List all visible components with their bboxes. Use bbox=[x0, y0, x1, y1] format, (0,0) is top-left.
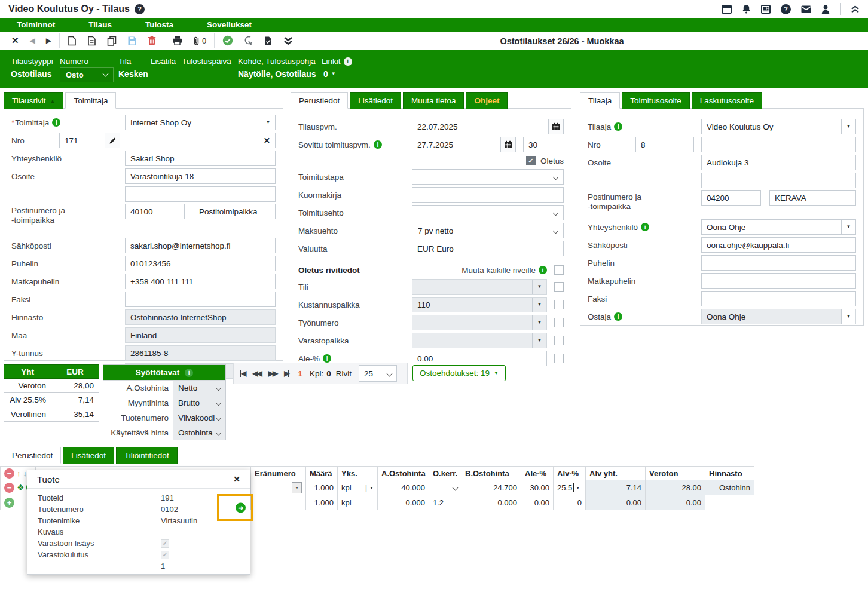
toimittaja-combobox[interactable]: Internet Shop Oy ▼ bbox=[125, 115, 276, 130]
varastopaikka-checkbox[interactable] bbox=[554, 336, 564, 345]
a-price-cell[interactable]: 0.000 bbox=[378, 495, 429, 510]
discount-cell[interactable]: 30.00 bbox=[521, 480, 554, 495]
phone-input[interactable] bbox=[701, 255, 856, 271]
tyonumero-checkbox[interactable] bbox=[554, 318, 564, 327]
info-icon[interactable]: i bbox=[323, 354, 331, 363]
dropdown-button[interactable]: ▼ bbox=[261, 115, 275, 130]
fax-input[interactable] bbox=[125, 292, 276, 307]
unit-dropdown-button[interactable]: |▼ bbox=[365, 483, 374, 492]
menu-tulosta[interactable]: Tulosta bbox=[129, 20, 190, 29]
tab-toimittaja[interactable]: Toimittaja bbox=[65, 92, 116, 109]
tab-perustiedot[interactable]: Perustiedot bbox=[291, 92, 348, 109]
close-button[interactable]: ✕ bbox=[6, 32, 25, 50]
save-button[interactable] bbox=[122, 32, 142, 50]
method-select[interactable]: Brutto bbox=[173, 395, 225, 410]
method-select[interactable]: Ostohinta bbox=[173, 425, 225, 440]
postal-code-input[interactable]: 40100 bbox=[125, 204, 185, 219]
contact-input[interactable]: Sakari Shop bbox=[125, 151, 276, 166]
tab-muuta-tietoa[interactable]: Muuta tietoa bbox=[403, 92, 464, 109]
sort-up-icon[interactable]: ↑ bbox=[17, 469, 21, 478]
supplier-name2-input[interactable]: ✕ bbox=[142, 133, 276, 148]
add-row-icon[interactable]: + bbox=[4, 498, 14, 508]
info-icon[interactable]: i bbox=[614, 312, 622, 321]
next-page-button[interactable]: ▶▶ bbox=[268, 369, 277, 378]
vat-cell[interactable]: 0 bbox=[554, 495, 586, 510]
first-page-button[interactable]: ◀ bbox=[240, 369, 245, 378]
waybill-input[interactable] bbox=[412, 187, 564, 203]
collapse-chevrons-icon[interactable] bbox=[851, 5, 860, 13]
muuta-kaikille-checkbox[interactable] bbox=[554, 265, 564, 275]
discount-cell[interactable]: 0.00 bbox=[521, 495, 554, 510]
tab-lines-lisatiedot[interactable]: Lisätiedot bbox=[63, 447, 114, 464]
mail-icon[interactable] bbox=[801, 5, 811, 13]
notifications-bell-icon[interactable] bbox=[742, 4, 751, 14]
batch-dropdown-button[interactable]: ▼ bbox=[292, 482, 302, 493]
address2-input[interactable] bbox=[701, 173, 856, 188]
menu-sovellukset[interactable]: Sovellukset bbox=[190, 20, 268, 29]
new-document-button[interactable] bbox=[62, 32, 82, 50]
phone-input[interactable]: 010123456 bbox=[125, 256, 276, 271]
quantity-cell[interactable]: 1.000 bbox=[306, 480, 338, 495]
document-check-button[interactable] bbox=[258, 32, 278, 50]
customer-number-input[interactable]: 8 bbox=[635, 137, 694, 152]
current-page[interactable]: 1 bbox=[298, 369, 302, 378]
open-document-button[interactable] bbox=[82, 32, 102, 50]
work-number-combobox[interactable]: ▼ bbox=[412, 315, 547, 330]
contact-combobox[interactable]: Oona Ohje▼ bbox=[701, 219, 856, 235]
info-icon[interactable]: i bbox=[185, 369, 193, 377]
info-icon[interactable]: i bbox=[374, 140, 382, 149]
method-select[interactable]: Netto bbox=[173, 381, 225, 395]
buyer-combobox[interactable]: Oona Ohje▼ bbox=[701, 309, 856, 324]
rows-per-page-select[interactable]: 25 bbox=[359, 365, 397, 382]
approve-button[interactable] bbox=[217, 32, 239, 50]
postal-code-input[interactable]: 04200 bbox=[701, 190, 761, 206]
unit-cell[interactable]: kpl|▼ bbox=[338, 480, 378, 495]
days-input[interactable]: 30 bbox=[523, 137, 560, 152]
copy-button[interactable] bbox=[102, 32, 122, 50]
purchase-suggestions-button[interactable]: Ostoehdotukset: 19 ▼ bbox=[412, 365, 506, 381]
dropdown-button[interactable]: ▼ bbox=[841, 309, 855, 324]
import-rows-button[interactable] bbox=[278, 32, 298, 50]
info-icon[interactable]: i bbox=[52, 118, 60, 127]
supplier-number-input[interactable]: 171 bbox=[59, 133, 102, 148]
email-input[interactable]: sakari.shop@internetshop.fi bbox=[125, 238, 276, 253]
address-input[interactable]: Audiokuja 3 bbox=[701, 155, 856, 170]
previous-record-button[interactable]: ◀ bbox=[25, 32, 41, 50]
news-icon[interactable] bbox=[761, 5, 771, 14]
attachments-button[interactable]: 0 bbox=[188, 32, 212, 50]
delete-button[interactable] bbox=[142, 32, 161, 50]
edit-supplier-button[interactable] bbox=[105, 133, 120, 148]
b-price-cell[interactable]: 0.000 bbox=[461, 495, 521, 510]
dropdown-button[interactable]: ▼ bbox=[841, 220, 855, 234]
print-button[interactable] bbox=[167, 32, 188, 50]
account-combobox[interactable]: ▼ bbox=[412, 279, 547, 295]
postal-city-input[interactable]: KERAVA bbox=[769, 190, 856, 206]
orderer-name2-input[interactable] bbox=[701, 137, 856, 152]
user-icon[interactable] bbox=[821, 5, 830, 14]
help-icon[interactable]: ? bbox=[781, 4, 791, 14]
dropdown-button[interactable]: ▼ bbox=[532, 298, 546, 312]
next-record-button[interactable]: ▶ bbox=[41, 32, 57, 50]
ale-checkbox[interactable] bbox=[554, 354, 564, 363]
b-price-cell[interactable]: 24.700 bbox=[461, 480, 521, 495]
order-date-input[interactable]: 22.07.2025 bbox=[412, 119, 548, 134]
mobile-input[interactable] bbox=[701, 273, 856, 289]
tab-lisatiedot[interactable]: Lisätiedot bbox=[350, 92, 401, 109]
menu-toiminnot[interactable]: Toiminnot bbox=[0, 20, 72, 29]
kustannuspaikka-checkbox[interactable] bbox=[554, 300, 564, 309]
prev-page-button[interactable]: ◀◀ bbox=[252, 369, 261, 378]
payment-terms-select[interactable]: 7 pv netto bbox=[412, 223, 564, 238]
tab-laskutusosoite[interactable]: Laskutusosoite bbox=[692, 92, 762, 109]
goto-product-button[interactable]: ➜ bbox=[236, 502, 246, 513]
dropdown-button[interactable]: ▼ bbox=[532, 333, 546, 348]
calendar-button[interactable] bbox=[548, 119, 564, 134]
address2-input[interactable] bbox=[125, 186, 276, 202]
info-icon[interactable]: i bbox=[614, 122, 622, 131]
dropdown-button[interactable]: ▼ bbox=[532, 280, 546, 294]
discount-input[interactable]: 0.00 bbox=[412, 351, 547, 366]
fax-input[interactable] bbox=[701, 291, 856, 306]
info-icon[interactable]: i bbox=[344, 57, 352, 66]
close-icon[interactable]: ✕ bbox=[233, 474, 240, 484]
menu-tilaus[interactable]: Tilaus bbox=[72, 20, 129, 29]
info-icon[interactable]: i bbox=[539, 266, 547, 274]
